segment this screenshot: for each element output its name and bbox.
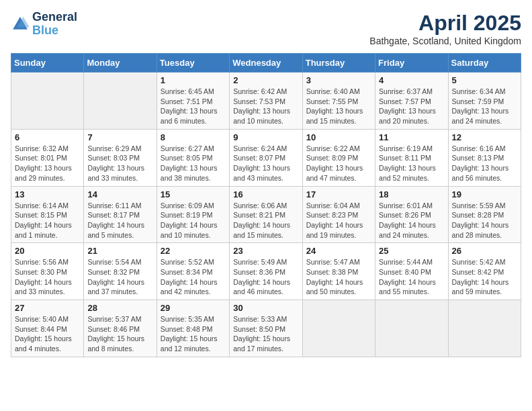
day-info: Sunrise: 5:35 AM Sunset: 8:48 PM Dayligh… (161, 314, 226, 354)
day-info: Sunrise: 6:22 AM Sunset: 8:09 PM Dayligh… (306, 144, 371, 183)
calendar-cell: 7Sunrise: 6:29 AM Sunset: 8:03 PM Daylig… (84, 129, 157, 186)
day-number: 28 (87, 303, 152, 313)
header: General Blue April 2025 Bathgate, Scotla… (11, 11, 521, 46)
day-info: Sunrise: 5:40 AM Sunset: 8:44 PM Dayligh… (15, 314, 80, 354)
calendar-cell: 3Sunrise: 6:40 AM Sunset: 7:55 PM Daylig… (302, 73, 375, 130)
day-number: 25 (379, 246, 444, 256)
day-info: Sunrise: 6:32 AM Sunset: 8:01 PM Dayligh… (15, 144, 80, 183)
calendar-table: SundayMondayTuesdayWednesdayThursdayFrid… (11, 53, 521, 357)
calendar-cell: 10Sunrise: 6:22 AM Sunset: 8:09 PM Dayli… (302, 129, 375, 186)
calendar-cell: 16Sunrise: 6:06 AM Sunset: 8:21 PM Dayli… (230, 186, 302, 243)
day-info: Sunrise: 6:45 AM Sunset: 7:51 PM Dayligh… (161, 87, 226, 126)
day-header-sunday: Sunday (11, 54, 84, 73)
calendar-cell: 30Sunrise: 5:33 AM Sunset: 8:50 PM Dayli… (230, 300, 302, 357)
day-info: Sunrise: 6:24 AM Sunset: 8:07 PM Dayligh… (233, 144, 298, 183)
calendar-cell: 24Sunrise: 5:47 AM Sunset: 8:38 PM Dayli… (302, 243, 375, 300)
day-number: 23 (233, 246, 298, 256)
day-number: 30 (233, 303, 298, 313)
day-number: 3 (306, 75, 371, 85)
day-header-wednesday: Wednesday (230, 54, 302, 73)
day-info: Sunrise: 5:54 AM Sunset: 8:32 PM Dayligh… (87, 257, 152, 297)
day-number: 2 (233, 75, 298, 85)
day-info: Sunrise: 6:14 AM Sunset: 8:15 PM Dayligh… (15, 201, 80, 240)
day-number: 5 (452, 75, 517, 85)
day-info: Sunrise: 6:34 AM Sunset: 7:59 PM Dayligh… (452, 87, 517, 126)
day-number: 4 (379, 75, 444, 85)
day-info: Sunrise: 6:37 AM Sunset: 7:57 PM Dayligh… (379, 87, 444, 126)
calendar-cell: 14Sunrise: 6:11 AM Sunset: 8:17 PM Dayli… (84, 186, 157, 243)
day-number: 24 (306, 246, 371, 256)
calendar-cell: 2Sunrise: 6:42 AM Sunset: 7:53 PM Daylig… (230, 73, 302, 130)
calendar-week-row: 20Sunrise: 5:56 AM Sunset: 8:30 PM Dayli… (11, 243, 521, 300)
calendar-cell (302, 300, 375, 357)
day-header-thursday: Thursday (302, 54, 375, 73)
day-info: Sunrise: 5:49 AM Sunset: 8:36 PM Dayligh… (233, 257, 298, 297)
day-info: Sunrise: 6:19 AM Sunset: 8:11 PM Dayligh… (379, 144, 444, 183)
day-info: Sunrise: 5:52 AM Sunset: 8:34 PM Dayligh… (161, 257, 226, 297)
calendar-cell: 8Sunrise: 6:27 AM Sunset: 8:05 PM Daylig… (157, 129, 229, 186)
day-info: Sunrise: 6:40 AM Sunset: 7:55 PM Dayligh… (306, 87, 371, 126)
day-header-tuesday: Tuesday (157, 54, 229, 73)
calendar-cell: 22Sunrise: 5:52 AM Sunset: 8:34 PM Dayli… (157, 243, 229, 300)
logo: General Blue (11, 11, 77, 38)
calendar-week-row: 6Sunrise: 6:32 AM Sunset: 8:01 PM Daylig… (11, 129, 521, 186)
day-info: Sunrise: 5:44 AM Sunset: 8:40 PM Dayligh… (379, 257, 444, 297)
calendar-cell: 5Sunrise: 6:34 AM Sunset: 7:59 PM Daylig… (448, 73, 521, 130)
calendar-cell: 26Sunrise: 5:42 AM Sunset: 8:42 PM Dayli… (448, 243, 521, 300)
day-number: 11 (379, 132, 444, 142)
logo-line1: General (32, 11, 77, 24)
calendar-cell: 9Sunrise: 6:24 AM Sunset: 8:07 PM Daylig… (230, 129, 302, 186)
calendar-cell: 29Sunrise: 5:35 AM Sunset: 8:48 PM Dayli… (157, 300, 229, 357)
day-number: 26 (452, 246, 517, 256)
calendar-week-row: 27Sunrise: 5:40 AM Sunset: 8:44 PM Dayli… (11, 300, 521, 357)
day-info: Sunrise: 6:27 AM Sunset: 8:05 PM Dayligh… (161, 144, 226, 183)
calendar-cell: 12Sunrise: 6:16 AM Sunset: 8:13 PM Dayli… (448, 129, 521, 186)
calendar-cell: 17Sunrise: 6:04 AM Sunset: 8:23 PM Dayli… (302, 186, 375, 243)
calendar-cell (84, 73, 157, 130)
day-number: 15 (161, 189, 226, 199)
day-info: Sunrise: 6:16 AM Sunset: 8:13 PM Dayligh… (452, 144, 517, 183)
day-number: 13 (15, 189, 80, 199)
logo-icon (11, 15, 30, 34)
logo-text: General Blue (32, 11, 77, 38)
day-info: Sunrise: 6:01 AM Sunset: 8:26 PM Dayligh… (379, 201, 444, 240)
day-info: Sunrise: 5:37 AM Sunset: 8:46 PM Dayligh… (87, 314, 152, 354)
calendar-cell (448, 300, 521, 357)
calendar-cell: 18Sunrise: 6:01 AM Sunset: 8:26 PM Dayli… (375, 186, 448, 243)
day-info: Sunrise: 5:33 AM Sunset: 8:50 PM Dayligh… (233, 314, 298, 354)
day-info: Sunrise: 6:11 AM Sunset: 8:17 PM Dayligh… (87, 201, 152, 240)
calendar-cell: 6Sunrise: 6:32 AM Sunset: 8:01 PM Daylig… (11, 129, 84, 186)
day-number: 27 (15, 303, 80, 313)
day-number: 7 (87, 132, 152, 142)
calendar-cell (11, 73, 84, 130)
day-info: Sunrise: 5:42 AM Sunset: 8:42 PM Dayligh… (452, 257, 517, 297)
calendar-week-row: 1Sunrise: 6:45 AM Sunset: 7:51 PM Daylig… (11, 73, 521, 130)
day-number: 18 (379, 189, 444, 199)
calendar-cell: 25Sunrise: 5:44 AM Sunset: 8:40 PM Dayli… (375, 243, 448, 300)
calendar-cell: 27Sunrise: 5:40 AM Sunset: 8:44 PM Dayli… (11, 300, 84, 357)
calendar-cell: 23Sunrise: 5:49 AM Sunset: 8:36 PM Dayli… (230, 243, 302, 300)
day-header-monday: Monday (84, 54, 157, 73)
day-number: 29 (161, 303, 226, 313)
day-header-saturday: Saturday (448, 54, 521, 73)
day-number: 12 (452, 132, 517, 142)
calendar-header-row: SundayMondayTuesdayWednesdayThursdayFrid… (11, 54, 521, 73)
calendar-cell: 15Sunrise: 6:09 AM Sunset: 8:19 PM Dayli… (157, 186, 229, 243)
day-number: 16 (233, 189, 298, 199)
day-number: 14 (87, 189, 152, 199)
day-number: 9 (233, 132, 298, 142)
day-header-friday: Friday (375, 54, 448, 73)
day-info: Sunrise: 6:42 AM Sunset: 7:53 PM Dayligh… (233, 87, 298, 126)
day-info: Sunrise: 5:47 AM Sunset: 8:38 PM Dayligh… (306, 257, 371, 297)
day-number: 22 (161, 246, 226, 256)
logo-line2: Blue (32, 24, 58, 37)
location-title: Bathgate, Scotland, United Kingdom (369, 36, 521, 46)
calendar-cell: 1Sunrise: 6:45 AM Sunset: 7:51 PM Daylig… (157, 73, 229, 130)
calendar-cell: 28Sunrise: 5:37 AM Sunset: 8:46 PM Dayli… (84, 300, 157, 357)
day-number: 6 (15, 132, 80, 142)
calendar-cell: 19Sunrise: 5:59 AM Sunset: 8:28 PM Dayli… (448, 186, 521, 243)
day-number: 19 (452, 189, 517, 199)
day-number: 10 (306, 132, 371, 142)
month-title: April 2025 (369, 11, 521, 36)
calendar-week-row: 13Sunrise: 6:14 AM Sunset: 8:15 PM Dayli… (11, 186, 521, 243)
